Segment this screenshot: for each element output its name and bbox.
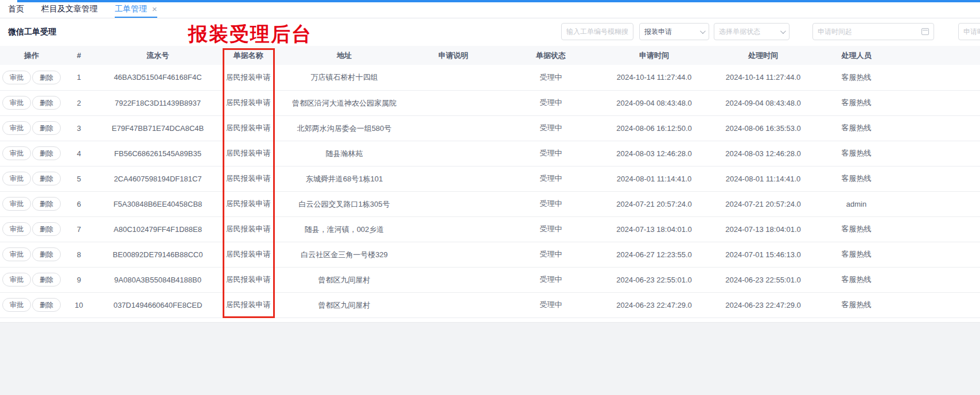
- tab-home[interactable]: 首页: [8, 0, 24, 18]
- cell-address: 曾都区九间屋村: [275, 292, 413, 317]
- cell-row-index: 2: [63, 90, 95, 115]
- table-row: 审批删除4FB56C686261545A89B35居民报装申请随县瀚林苑受理中2…: [0, 141, 980, 166]
- approve-button[interactable]: 审批: [2, 197, 31, 211]
- cell-description: [413, 242, 493, 267]
- cell-status: 受理中: [493, 166, 608, 191]
- page-title: 微信工单受理: [8, 27, 56, 37]
- cell-description: [413, 65, 493, 90]
- table-row: 审批删除8BE00892DE79146B88CC0居民报装申请白云社区金三角一号…: [0, 242, 980, 267]
- column-header: 单据名称: [221, 46, 275, 65]
- cell-actions: 审批删除: [0, 65, 63, 90]
- cell-actions: 审批删除: [0, 267, 63, 292]
- approve-button[interactable]: 审批: [2, 71, 31, 84]
- cell-handler: 客服热线: [826, 90, 886, 115]
- cell-filler: [886, 65, 980, 90]
- cell-filler: [886, 216, 980, 242]
- delete-button[interactable]: 删除: [32, 197, 61, 211]
- table-row: 审批删除3E79F47BB71E74DCA8C4B居民报装申请北郊两水沟居委会一…: [0, 115, 980, 141]
- delete-button[interactable]: 删除: [32, 172, 61, 185]
- cell-actions: 审批删除: [0, 216, 63, 242]
- delete-button[interactable]: 删除: [32, 273, 61, 286]
- cell-row-index: 7: [63, 216, 95, 242]
- approve-button[interactable]: 审批: [2, 273, 31, 286]
- date-start-input[interactable]: 申请时间起: [812, 23, 934, 40]
- tab-bar: 首页 栏目及文章管理 工单管理 ×: [0, 0, 980, 18]
- date-end-input[interactable]: 申请时间止: [958, 23, 980, 40]
- cell-filler: [886, 267, 980, 292]
- cell-apply-time: 2024-06-23 22:55:01.0: [608, 267, 700, 292]
- tab-work-orders[interactable]: 工单管理 ×: [115, 0, 157, 18]
- cell-filler: [886, 166, 980, 191]
- type-select-value: 报装申请: [644, 27, 672, 37]
- order-search-input[interactable]: [561, 23, 633, 40]
- cell-serial: FB56C686261545A89B35: [95, 141, 221, 166]
- cell-row-index: 9: [63, 267, 95, 292]
- delete-button[interactable]: 删除: [32, 146, 61, 160]
- approve-button[interactable]: 审批: [2, 121, 31, 135]
- cell-handler: 客服热线: [826, 141, 886, 166]
- cell-apply-time: 2024-10-14 11:27:44.0: [608, 65, 700, 90]
- chevron-down-icon: [780, 28, 786, 34]
- cell-apply-time: 2024-08-01 11:14:41.0: [608, 166, 700, 191]
- approve-button[interactable]: 审批: [2, 247, 31, 261]
- cell-doc-name: 居民报装申请: [221, 115, 275, 141]
- cell-handler: 客服热线: [826, 65, 886, 90]
- cell-description: [413, 292, 493, 317]
- cell-handler: 客服热线: [826, 267, 886, 292]
- type-select[interactable]: 报装申请: [639, 23, 709, 40]
- cell-actions: 审批删除: [0, 90, 63, 115]
- cell-address: 曾都区九间屋村: [275, 267, 413, 292]
- approve-button[interactable]: 审批: [2, 222, 31, 236]
- column-header: #: [63, 46, 95, 65]
- table-row: 审批删除6F5A30848B6EE40458CB8居民报装申请白云公园交叉路口1…: [0, 191, 980, 216]
- delete-button[interactable]: 删除: [32, 298, 61, 312]
- approve-button[interactable]: 审批: [2, 172, 31, 185]
- cell-filler: [886, 115, 980, 141]
- delete-button[interactable]: 删除: [32, 71, 61, 84]
- delete-button[interactable]: 删除: [32, 222, 61, 236]
- cell-status: 受理中: [493, 242, 608, 267]
- cell-process-time: 2024-08-01 11:14:41.0: [700, 166, 826, 191]
- column-header: 单据状态: [493, 46, 608, 65]
- cell-row-index: 3: [63, 115, 95, 141]
- table-row: 审批删除99A080A3B55084B4188B0居民报装申请曾都区九间屋村受理…: [0, 267, 980, 292]
- approve-button[interactable]: 审批: [2, 298, 31, 312]
- cell-row-index: 8: [63, 242, 95, 267]
- column-header: 处理时间: [700, 46, 826, 65]
- table-row: 审批删除27922F18C3D11439B8937居民报装申请曾都区沿河大道神农…: [0, 90, 980, 115]
- cell-address: 万店镇石桥村十四组: [275, 65, 413, 90]
- delete-button[interactable]: 删除: [32, 247, 61, 261]
- cell-doc-name: 居民报装申请: [221, 292, 275, 317]
- delete-button[interactable]: 删除: [32, 121, 61, 135]
- cell-apply-time: 2024-09-04 08:43:48.0: [608, 90, 700, 115]
- cell-apply-time: 2024-08-03 12:46:28.0: [608, 141, 700, 166]
- cell-status: 受理中: [493, 141, 608, 166]
- cell-actions: 审批删除: [0, 191, 63, 216]
- cell-status: 受理中: [493, 267, 608, 292]
- cell-process-time: 2024-07-01 15:46:13.0: [700, 242, 826, 267]
- cell-process-time: 2024-08-03 12:46:28.0: [700, 141, 826, 166]
- cell-handler: 客服热线: [826, 216, 886, 242]
- status-select[interactable]: 选择单据状态: [714, 23, 790, 40]
- red-annotation-text: 报装受理后台: [188, 21, 312, 48]
- cell-row-index: 4: [63, 141, 95, 166]
- cell-apply-time: 2024-07-13 18:04:01.0: [608, 216, 700, 242]
- approve-button[interactable]: 审批: [2, 146, 31, 160]
- cell-row-index: 1: [63, 65, 95, 90]
- tab-articles-management-label: 栏目及文章管理: [41, 4, 98, 14]
- cell-serial: 7922F18C3D11439B8937: [95, 90, 221, 115]
- cell-description: [413, 141, 493, 166]
- cell-serial: 037D1494660640FE8CED: [95, 292, 221, 317]
- close-icon[interactable]: ×: [152, 5, 157, 13]
- cell-address: 随县瀚林苑: [275, 141, 413, 166]
- table-row: 审批删除7A80C102479FF4F1D88E8居民报装申请随县，淮河镇，00…: [0, 216, 980, 242]
- cell-description: [413, 267, 493, 292]
- delete-button[interactable]: 删除: [32, 96, 61, 110]
- cell-filler: [886, 191, 980, 216]
- cell-status: 受理中: [493, 90, 608, 115]
- column-header: 操作: [0, 46, 63, 65]
- cell-process-time: 2024-07-21 20:57:24.0: [700, 191, 826, 216]
- cell-filler: [886, 141, 980, 166]
- approve-button[interactable]: 审批: [2, 96, 31, 110]
- tab-articles-management[interactable]: 栏目及文章管理: [41, 0, 98, 18]
